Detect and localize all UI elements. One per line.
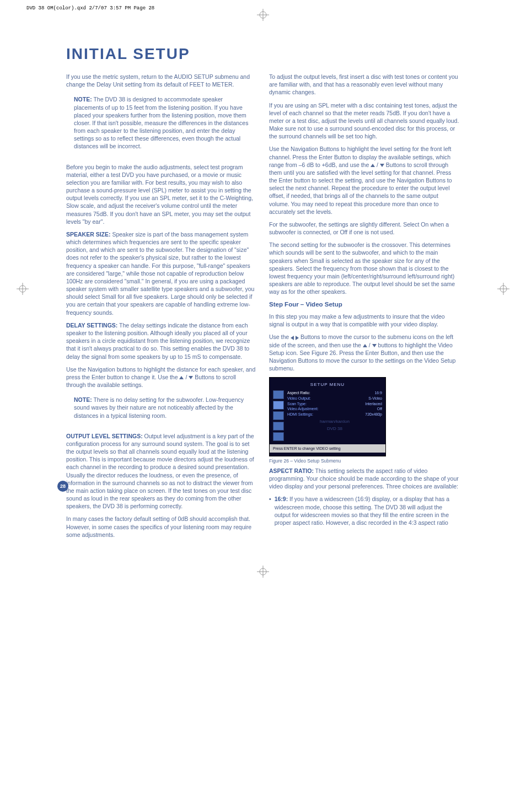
speaker-size-para: SPEAKER SIZE: Speaker size is part of th… — [66, 230, 257, 316]
output-level-label: OUTPUT LEVEL SETTINGS: — [66, 433, 143, 439]
delay-settings-label: DELAY SETTINGS: — [66, 322, 117, 329]
figure-26-icons — [273, 390, 284, 441]
figure-26-caption: Figure 26 – Video Setup Submenu — [269, 458, 460, 464]
registration-mark-left — [17, 283, 29, 297]
figure-26-title: SETUP MENU — [270, 381, 385, 390]
right-p2: If you are using an SPL meter with a dis… — [269, 101, 460, 141]
note2-label: NOTE: — [74, 396, 92, 403]
figure-26-list: Aspect Ratio:16:9 Video Output:S-Video S… — [287, 390, 382, 441]
note-box-1: NOTE: The DVD 38 is designed to accommod… — [66, 93, 257, 157]
output-level-body: Output level adjustment is a key part of… — [66, 433, 254, 510]
up-arrow-icon — [179, 376, 184, 379]
right-p7: Use the Buttons to move the cursor to th… — [269, 333, 460, 372]
up-arrow-icon — [363, 344, 367, 347]
fig-row-k: HDMI Settings: — [287, 412, 313, 417]
bullet-16-9: • 16:9: If you have a widescreen (16:9) … — [269, 495, 460, 526]
left-p2: Before you begin to make the audio adjus… — [66, 163, 257, 225]
note2-text: NOTE: There is no delay setting for the … — [74, 396, 253, 420]
fig-row-v: Off — [377, 406, 382, 412]
aspect-ratio-para: ASPECT RATIO: This setting selects the a… — [269, 467, 460, 491]
down-arrow-icon — [380, 164, 384, 167]
figure-26-box: SETUP MENU Aspect Ratio:16:9 Video Outpu… — [269, 377, 386, 456]
registration-mark-right — [497, 283, 509, 297]
output-level-para: OUTPUT LEVEL SETTINGS: Output level adju… — [66, 432, 257, 510]
figure-26-bottom-bar: Press ENTER to change VIDEO setting — [270, 444, 385, 453]
bullet-16-9-label: 16:9: — [275, 496, 288, 502]
figure-26: SETUP MENU Aspect Ratio:16:9 Video Outpu… — [269, 377, 460, 465]
fig-row-v: S-Video — [368, 396, 382, 401]
right-p3: Use the Navigation Buttons to highlight … — [269, 145, 460, 216]
speaker-size-label: SPEAKER SIZE: — [66, 231, 111, 238]
left-p3: Use the Navigation buttons to highlight … — [66, 365, 257, 389]
left-arrow-icon — [291, 336, 294, 340]
registration-mark-bottom — [0, 566, 526, 580]
fig-row-k: Aspect Ratio: — [287, 390, 310, 396]
right-p4: For the subwoofer, the settings are slig… — [269, 221, 460, 236]
note2-body: There is no delay setting for the subwoo… — [74, 396, 244, 418]
body-columns: If you use the metric system, return to … — [0, 73, 526, 544]
page-number-badge: 28 — [57, 481, 68, 492]
fig-row-v: Interlaced — [365, 401, 382, 407]
left-p4: In many cases the factory default settin… — [66, 515, 257, 539]
note1-text: NOTE: The DVD 38 is designed to accommod… — [74, 95, 253, 150]
fig-icon — [273, 422, 284, 431]
fig-row-k: Video Adjustment: — [287, 406, 318, 412]
fig-icon-selected — [273, 401, 284, 410]
fig-brand1: harman/kardon — [320, 419, 350, 424]
right-p5: The second setting for the subwoofer is … — [269, 241, 460, 295]
bullet-dot-icon: • — [269, 495, 271, 526]
right-p1: To adjust the output levels, first inser… — [269, 73, 460, 96]
note-box-2: NOTE: There is no delay setting for the … — [66, 394, 257, 427]
down-arrow-icon — [372, 344, 377, 347]
fig-row-v: 16:9 — [374, 390, 382, 396]
fig-row-k: Scan Type: — [287, 401, 307, 407]
fig-icon — [273, 411, 284, 420]
aspect-ratio-label: ASPECT RATIO: — [269, 467, 314, 474]
bullet-16-9-body: If you have a widescreen (16:9) display,… — [275, 496, 449, 526]
right-p7a: Use the — [269, 334, 291, 340]
left-column: If you use the metric system, return to … — [66, 73, 257, 544]
right-p3b: Buttons to scroll through them until you… — [269, 162, 452, 215]
fig-brand2: DVD 38 — [327, 426, 342, 431]
fig-row-v: 720x480p — [365, 412, 382, 417]
bullet-16-9-text: 16:9: If you have a widescreen (16:9) di… — [275, 495, 460, 526]
note1-label: NOTE: — [74, 96, 92, 103]
page-title: INITIAL SETUP — [66, 45, 526, 63]
note1-body: The DVD 38 is designed to accommodate sp… — [74, 96, 248, 149]
right-p6: In this step you may make a few adjustme… — [269, 313, 460, 328]
left-p1: If you use the metric system, return to … — [66, 73, 257, 88]
speaker-size-body: Speaker size is part of the bass managem… — [66, 231, 254, 316]
up-arrow-icon — [371, 164, 375, 167]
fig-icon — [273, 390, 284, 399]
fig-icon — [273, 432, 284, 441]
fig-row-k: Video Output: — [287, 396, 311, 401]
delay-settings-para: DELAY SETTINGS: The delay settings indic… — [66, 321, 257, 361]
right-column: To adjust the output levels, first inser… — [269, 73, 460, 544]
step-four-heading: Step Four – Video Setup — [269, 300, 460, 309]
